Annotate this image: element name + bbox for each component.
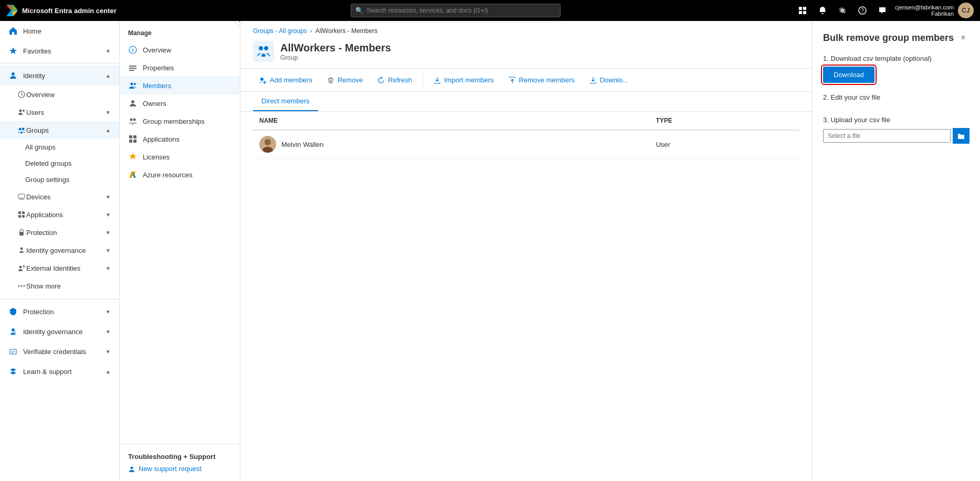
svg-point-49 bbox=[260, 78, 264, 81]
sidebar-item-home[interactable]: Home bbox=[0, 21, 119, 41]
remove-members-button[interactable]: Remove members bbox=[502, 73, 581, 87]
svg-point-14 bbox=[19, 128, 22, 131]
toolbar-divider bbox=[423, 74, 423, 87]
home-icon bbox=[8, 26, 18, 36]
svg-point-34 bbox=[131, 83, 133, 85]
sidebar-item-group-settings[interactable]: Group settings bbox=[0, 172, 119, 188]
svg-point-24 bbox=[23, 265, 25, 267]
sidebar-item-favorites[interactable]: Favorites ▼ bbox=[0, 41, 119, 61]
table-row[interactable]: Melvin Wallen User bbox=[253, 130, 799, 158]
app-name: Microsoft Entra admin center bbox=[22, 7, 117, 15]
owner-icon bbox=[128, 99, 138, 108]
svg-rect-1 bbox=[13, 5, 17, 10]
svg-point-26 bbox=[21, 285, 23, 287]
help-icon[interactable]: ? bbox=[855, 3, 870, 18]
second-nav-owners[interactable]: Owners bbox=[120, 94, 240, 112]
svg-point-36 bbox=[131, 100, 134, 103]
table-container: NAME TYPE Melvin Wallen bbox=[240, 112, 812, 481]
close-button[interactable]: × bbox=[957, 31, 970, 44]
manage-section-title: Manage bbox=[120, 25, 240, 41]
col-header-name: NAME bbox=[253, 112, 649, 130]
svg-rect-7 bbox=[803, 11, 806, 14]
app-logo: Microsoft Entra admin center bbox=[6, 5, 117, 16]
sidebar-item-show-more[interactable]: Show more bbox=[0, 277, 119, 295]
groups-chevron-icon: ▲ bbox=[106, 127, 111, 133]
second-nav-label-licenses: Licenses bbox=[143, 153, 170, 161]
svg-rect-4 bbox=[799, 7, 802, 10]
second-nav-footer: Troubleshooting + Support New support re… bbox=[120, 444, 240, 481]
user-menu[interactable]: cjensen@fabrikan.com Fabrikan CJ bbox=[895, 3, 974, 18]
sidebar-item-learn-support[interactable]: Learn & support ▲ bbox=[0, 361, 119, 381]
collapse-nav-button[interactable]: ‹ bbox=[235, 21, 240, 26]
portal-icon[interactable] bbox=[795, 3, 810, 18]
sidebar-item-users[interactable]: Users ▼ bbox=[0, 103, 119, 121]
svg-rect-19 bbox=[18, 215, 21, 218]
add-members-button[interactable]: Add members bbox=[253, 73, 319, 87]
sidebar-item-all-groups[interactable]: All groups bbox=[0, 139, 119, 155]
sidebar-item-devices[interactable]: Devices ▼ bbox=[0, 188, 119, 206]
second-nav-members[interactable]: Members bbox=[120, 77, 240, 94]
import-members-button[interactable]: Import members bbox=[427, 73, 500, 87]
svg-rect-6 bbox=[799, 11, 802, 14]
sidebar-item-identity-governance[interactable]: Identity governance ▼ bbox=[0, 241, 119, 259]
sidebar-label-overview: Overview bbox=[26, 91, 55, 99]
second-nav-licenses[interactable]: Licenses bbox=[120, 148, 240, 166]
sidebar-label-identity-governance2: Identity governance bbox=[23, 328, 100, 336]
svg-point-22 bbox=[20, 248, 23, 250]
breadcrumb: Groups - All groups › AllWorkers - Membe… bbox=[240, 21, 812, 35]
second-nav-label-members: Members bbox=[143, 82, 171, 90]
step-3-label: 3. Upload your csv file bbox=[823, 116, 970, 124]
svg-point-28 bbox=[12, 328, 15, 332]
chevron-up-icon: ▲ bbox=[106, 73, 111, 79]
protection-chevron-icon: ▼ bbox=[106, 230, 111, 236]
sidebar-item-protection2[interactable]: Protection ▼ bbox=[0, 302, 119, 322]
search-bar[interactable]: 🔍 Search resources, services, and docs (… bbox=[351, 4, 561, 17]
sidebar-item-applications[interactable]: Applications ▼ bbox=[0, 206, 119, 223]
sidebar-label-group-settings: Group settings bbox=[25, 176, 70, 184]
notification-icon[interactable] bbox=[815, 3, 830, 18]
svg-rect-17 bbox=[18, 211, 21, 214]
sidebar-item-identity[interactable]: Identity ▲ bbox=[0, 66, 119, 85]
sidebar-item-verifiable-credentials[interactable]: Verifiable credentials ▼ bbox=[0, 341, 119, 361]
add-members-label: Add members bbox=[270, 76, 312, 84]
sidebar-label-verifiable-credentials: Verifiable credentials bbox=[23, 348, 100, 356]
sidebar-item-overview[interactable]: Overview bbox=[0, 85, 119, 103]
star-icon bbox=[8, 46, 18, 56]
second-nav-group-memberships[interactable]: Group memberships bbox=[120, 112, 240, 130]
sidebar-label-show-more: Show more bbox=[26, 282, 61, 290]
second-nav-azure-resources[interactable]: Azure resources bbox=[120, 166, 240, 184]
sidebar-item-groups[interactable]: Groups ▲ bbox=[0, 121, 119, 139]
tab-direct-members[interactable]: Direct members bbox=[253, 92, 318, 111]
info-icon bbox=[128, 45, 138, 55]
page-header: AllWorkers - Members Group bbox=[240, 35, 812, 69]
sidebar-item-deleted-groups[interactable]: Deleted groups bbox=[0, 155, 119, 172]
refresh-button[interactable]: Refresh bbox=[371, 73, 418, 87]
step-2-section: 2. Edit your csv file bbox=[823, 93, 970, 105]
svg-point-48 bbox=[264, 46, 268, 50]
second-nav-overview[interactable]: Overview bbox=[120, 41, 240, 59]
download-csv-button[interactable]: Download bbox=[823, 67, 874, 83]
download-button[interactable]: Downlo... bbox=[583, 73, 635, 87]
sidebar-item-identity-governance2[interactable]: Identity governance ▼ bbox=[0, 322, 119, 341]
sidebar-item-external-identities[interactable]: External Identities ▼ bbox=[0, 259, 119, 277]
identity-icon bbox=[8, 71, 18, 80]
remove-button[interactable]: Remove bbox=[321, 73, 369, 87]
file-select-input[interactable] bbox=[823, 129, 951, 143]
new-support-request-link[interactable]: New support request bbox=[128, 465, 231, 473]
svg-rect-5 bbox=[803, 7, 806, 10]
page-subtitle: Group bbox=[280, 54, 391, 61]
settings-icon[interactable] bbox=[835, 3, 850, 18]
second-nav-properties[interactable]: Properties bbox=[120, 59, 240, 77]
breadcrumb-link-groups[interactable]: Groups - All groups bbox=[253, 27, 307, 35]
ig-chevron-icon: ▼ bbox=[106, 248, 111, 253]
learn-icon bbox=[8, 367, 18, 376]
svg-point-51 bbox=[265, 139, 271, 145]
import-members-label: Import members bbox=[444, 76, 494, 84]
file-browse-button[interactable] bbox=[953, 128, 970, 144]
second-nav-label-properties: Properties bbox=[143, 64, 174, 72]
second-nav-applications[interactable]: Applications bbox=[120, 130, 240, 148]
left-nav: Home Favorites ▼ Identity ▲ Overview bbox=[0, 21, 120, 481]
vc-icon bbox=[8, 347, 18, 356]
sidebar-item-protection[interactable]: Protection ▼ bbox=[0, 223, 119, 241]
feedback-icon[interactable] bbox=[875, 3, 890, 18]
